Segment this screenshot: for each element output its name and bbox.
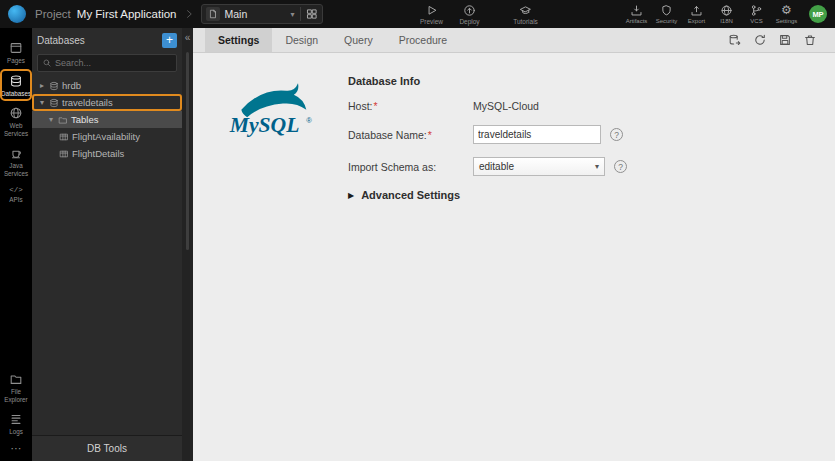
required-asterisk: * xyxy=(428,129,432,141)
svg-text:®: ® xyxy=(306,116,312,125)
tree-item-tables[interactable]: ▾ Tables xyxy=(32,111,182,128)
tab-query[interactable]: Query xyxy=(331,28,386,52)
host-value: MySQL-Cloud xyxy=(473,100,539,112)
tab-design[interactable]: Design xyxy=(272,28,331,52)
tree-item-hrdb[interactable]: ▸ hrdb xyxy=(32,77,182,94)
more-icon[interactable]: ⋯ xyxy=(11,440,22,461)
tree-item-traveldetails[interactable]: ▾ traveldetails xyxy=(32,94,182,111)
chevron-right-icon xyxy=(183,8,195,20)
security-button[interactable]: Security xyxy=(653,4,680,24)
rail-item-java-services[interactable]: Java Services xyxy=(0,141,32,181)
caret-down-icon[interactable]: ▾ xyxy=(47,115,55,124)
tab-settings[interactable]: Settings xyxy=(205,28,272,52)
mysql-logo: MySQL ® xyxy=(223,79,323,139)
rail-item-apis[interactable]: </> APIs xyxy=(0,181,32,208)
list-icon xyxy=(9,412,23,426)
coffee-cup-icon xyxy=(9,146,23,160)
table-icon xyxy=(59,132,69,142)
db-vendor-logo-col: MySQL ® xyxy=(218,71,328,461)
search-input[interactable] xyxy=(55,58,172,68)
search-icon xyxy=(42,58,52,68)
play-icon xyxy=(425,4,438,17)
import-schema-label: Import Schema as: xyxy=(348,161,473,173)
preview-button[interactable]: Preview xyxy=(414,4,450,25)
help-icon[interactable]: ? xyxy=(610,128,623,141)
database-info-form: Database Info Host:* MySQL-Cloud Databas… xyxy=(348,71,627,461)
rail-item-pages[interactable]: Pages xyxy=(0,36,32,69)
code-icon: </> xyxy=(9,186,23,194)
caret-right-icon[interactable]: ▸ xyxy=(38,81,46,90)
db-tools-button[interactable]: DB Tools xyxy=(32,435,182,461)
tutorials-icon xyxy=(519,4,532,17)
branch-icon xyxy=(750,4,763,17)
globe-icon xyxy=(720,4,733,17)
divider xyxy=(300,7,301,21)
project-name: My First Application xyxy=(77,8,177,20)
vcs-button[interactable]: VCS xyxy=(743,4,770,24)
add-database-button[interactable]: + xyxy=(162,33,177,48)
svg-text:MySQL: MySQL xyxy=(229,113,300,137)
artifacts-icon xyxy=(630,4,643,17)
wavemaker-studio: Project My First Application Main ▾ Prev… xyxy=(0,0,835,461)
database-icon xyxy=(49,81,59,91)
pages-grid-icon[interactable] xyxy=(306,8,318,20)
tabbar: Settings Design Query Procedure xyxy=(193,28,835,53)
panel-header: Databases + xyxy=(32,28,182,53)
reimport-db-icon[interactable] xyxy=(753,33,767,47)
tab-actions xyxy=(728,28,835,52)
deploy-button[interactable]: Deploy xyxy=(452,4,488,25)
help-icon[interactable]: ? xyxy=(614,160,627,173)
deploy-icon xyxy=(463,4,476,17)
export-db-icon[interactable] xyxy=(728,33,742,47)
database-name-input[interactable] xyxy=(473,125,601,144)
project-prefix: Project xyxy=(35,8,71,20)
main-content: Settings Design Query Procedure MySQL ® xyxy=(193,28,835,461)
topbar-actions: Preview Deploy Tutorials xyxy=(414,4,544,25)
tab-procedure[interactable]: Procedure xyxy=(386,28,460,52)
tree-item-flightavailability[interactable]: FlightAvailability xyxy=(32,128,182,145)
app-logo-icon[interactable] xyxy=(8,5,26,23)
scrollbar-thumb[interactable] xyxy=(186,52,189,250)
database-name-label: Database Name:* xyxy=(348,129,473,141)
settings-button[interactable]: ⚙ Settings xyxy=(773,4,800,24)
database-search[interactable] xyxy=(37,54,177,72)
tutorials-button[interactable]: Tutorials xyxy=(508,4,544,25)
i18n-button[interactable]: I18N xyxy=(713,4,740,24)
artifacts-button[interactable]: Artifacts xyxy=(623,4,650,24)
page-icon xyxy=(206,7,220,21)
tree-item-flightdetails[interactable]: FlightDetails xyxy=(32,145,182,162)
tree-item-label: hrdb xyxy=(62,80,81,91)
collapse-panel-icon[interactable]: « xyxy=(182,33,193,43)
advanced-settings-label: Advanced Settings xyxy=(361,189,460,201)
delete-icon[interactable] xyxy=(803,33,817,47)
databases-panel: Databases + ▸ hrdb ▾ traveldetails ▾ Tab… xyxy=(32,28,182,461)
user-avatar[interactable]: MP xyxy=(809,5,827,23)
left-rail: Pages Databases Web Services Java Servic… xyxy=(0,28,32,461)
topbar-tools: Artifacts Security Export I18N VCS ⚙ Set… xyxy=(623,4,827,24)
import-schema-select[interactable]: editable ▾ xyxy=(473,157,605,176)
tree-item-label: FlightDetails xyxy=(72,148,124,159)
rail-item-web-services[interactable]: Web Services xyxy=(0,101,32,141)
pages-icon xyxy=(9,41,23,55)
caret-down-icon[interactable]: ▾ xyxy=(38,98,46,107)
rail-item-databases[interactable]: Databases xyxy=(0,69,32,102)
save-icon[interactable] xyxy=(778,33,792,47)
export-icon xyxy=(690,4,703,17)
globe-icon xyxy=(9,106,23,120)
rail-item-file-explorer[interactable]: File Explorer xyxy=(0,367,32,407)
database-name-row: Database Name:* ? xyxy=(348,125,627,144)
database-icon xyxy=(49,98,59,108)
selected-option: editable xyxy=(479,161,514,172)
required-asterisk: * xyxy=(374,100,378,112)
panel-title: Databases xyxy=(37,35,158,46)
rail-item-logs[interactable]: Logs xyxy=(0,407,32,440)
shield-icon xyxy=(660,4,673,17)
export-button[interactable]: Export xyxy=(683,4,710,24)
tree-item-label: FlightAvailability xyxy=(72,131,140,142)
topbar: Project My First Application Main ▾ Prev… xyxy=(0,0,835,28)
chevron-down-icon: ▾ xyxy=(595,162,599,171)
advanced-settings-toggle[interactable]: ▶ Advanced Settings xyxy=(348,189,627,201)
page-selector[interactable]: Main ▾ xyxy=(201,4,323,24)
chevron-down-icon: ▾ xyxy=(290,10,294,19)
folder-icon xyxy=(9,372,23,386)
